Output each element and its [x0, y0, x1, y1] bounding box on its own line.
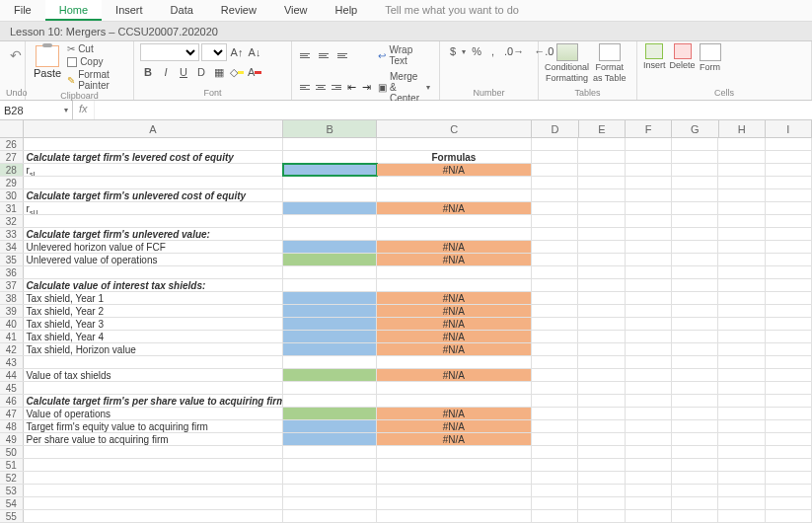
cell-G32[interactable]	[672, 215, 718, 227]
wrap-text-button[interactable]: ↩Wrap Text	[375, 43, 433, 67]
cell-H47[interactable]	[718, 408, 765, 419]
cell-C41[interactable]: #N/A	[377, 331, 532, 342]
cell-A26[interactable]	[24, 138, 284, 150]
cell-H34[interactable]	[718, 241, 765, 253]
cell-B50[interactable]	[283, 446, 377, 458]
cell-I35[interactable]	[766, 254, 812, 265]
cell-B26[interactable]	[283, 138, 377, 150]
cell-D39[interactable]	[532, 305, 578, 317]
cell-G38[interactable]	[672, 292, 718, 304]
cell-F26[interactable]	[626, 138, 672, 150]
cell-G53[interactable]	[672, 485, 718, 496]
cell-F53[interactable]	[626, 485, 672, 496]
cell-C30[interactable]	[377, 189, 532, 201]
cell-G35[interactable]	[672, 254, 718, 265]
cell-F45[interactable]	[626, 382, 672, 394]
cell-F44[interactable]	[626, 369, 672, 381]
cell-B51[interactable]	[283, 459, 377, 471]
cell-D48[interactable]	[532, 420, 578, 432]
cell-E53[interactable]	[578, 485, 625, 496]
cell-E26[interactable]	[578, 138, 625, 150]
cell-F51[interactable]	[626, 459, 672, 471]
cell-B42[interactable]	[283, 343, 377, 355]
cell-F49[interactable]	[626, 433, 672, 445]
cell-D52[interactable]	[532, 472, 578, 484]
cell-A36[interactable]	[24, 266, 284, 278]
cell-G52[interactable]	[672, 472, 718, 484]
cell-G34[interactable]	[672, 241, 718, 253]
cell-H27[interactable]	[718, 151, 765, 163]
cell-I28[interactable]	[766, 164, 812, 176]
row-header-27[interactable]: 27	[0, 151, 24, 163]
cell-C37[interactable]	[377, 279, 532, 291]
tab-home[interactable]: Home	[45, 0, 102, 21]
cell-H31[interactable]	[718, 202, 765, 214]
cell-A28[interactable]: rsL	[24, 164, 284, 176]
cell-D40[interactable]	[532, 318, 578, 330]
conditional-formatting-button[interactable]: Conditional Formatting	[545, 43, 589, 83]
indent-increase-button[interactable]: ⇥	[360, 80, 373, 96]
cell-B38[interactable]	[283, 292, 377, 304]
cell-D53[interactable]	[532, 485, 578, 496]
cell-I53[interactable]	[766, 485, 812, 496]
cell-A47[interactable]: Value of operations	[24, 408, 284, 419]
cell-F52[interactable]	[626, 472, 672, 484]
cell-D54[interactable]	[532, 497, 578, 509]
cell-I41[interactable]	[766, 331, 812, 342]
cell-H46[interactable]	[718, 395, 765, 407]
cell-B41[interactable]	[283, 331, 377, 342]
cell-E50[interactable]	[578, 446, 625, 458]
cell-E40[interactable]	[578, 318, 625, 330]
cell-F36[interactable]	[626, 266, 672, 278]
cell-G28[interactable]	[672, 164, 718, 176]
cell-A48[interactable]: Target firm's equity value to acquiring …	[24, 420, 284, 432]
cell-D44[interactable]	[532, 369, 578, 381]
cell-A37[interactable]: Calculate value of interest tax shields:	[24, 279, 284, 291]
cell-A52[interactable]	[24, 472, 284, 484]
cell-G29[interactable]	[672, 177, 718, 188]
cell-F39[interactable]	[626, 305, 672, 317]
cell-E31[interactable]	[578, 202, 625, 214]
cell-F32[interactable]	[626, 215, 672, 227]
cell-I32[interactable]	[766, 215, 812, 227]
cell-H54[interactable]	[718, 497, 765, 509]
cell-A29[interactable]	[24, 177, 284, 188]
tell-me-input[interactable]: Tell me what you want to do	[371, 0, 812, 21]
cell-B28[interactable]	[283, 164, 377, 176]
cell-B46[interactable]	[283, 395, 377, 407]
cell-G44[interactable]	[672, 369, 718, 381]
cell-F31[interactable]	[626, 202, 672, 214]
bold-button[interactable]: B	[140, 64, 156, 80]
cell-F34[interactable]	[626, 241, 672, 253]
cell-I27[interactable]	[766, 151, 812, 163]
cell-E29[interactable]	[578, 177, 625, 188]
cell-H42[interactable]	[718, 343, 765, 355]
cell-C55[interactable]	[377, 510, 532, 522]
cell-I29[interactable]	[766, 177, 812, 188]
cell-G30[interactable]	[672, 189, 718, 201]
cell-B54[interactable]	[283, 497, 377, 509]
row-header-45[interactable]: 45	[0, 382, 24, 394]
cell-E55[interactable]	[578, 510, 625, 522]
cell-G46[interactable]	[672, 395, 718, 407]
cell-G33[interactable]	[672, 228, 718, 240]
cell-B36[interactable]	[283, 266, 377, 278]
cell-H43[interactable]	[718, 356, 765, 368]
cell-B43[interactable]	[283, 356, 377, 368]
cell-I40[interactable]	[766, 318, 812, 330]
cell-G26[interactable]	[672, 138, 718, 150]
cell-F42[interactable]	[626, 343, 672, 355]
cell-B47[interactable]	[283, 408, 377, 419]
row-header-36[interactable]: 36	[0, 266, 24, 278]
cell-A44[interactable]: Value of tax shields	[24, 369, 284, 381]
cell-A33[interactable]: Calculate target firm's unlevered value:	[24, 228, 284, 240]
row-header-34[interactable]: 34	[0, 241, 24, 253]
font-color-button[interactable]: A	[247, 64, 262, 80]
cell-D31[interactable]	[532, 202, 578, 214]
align-left-button[interactable]	[298, 80, 312, 96]
row-header-42[interactable]: 42	[0, 343, 24, 355]
cell-D28[interactable]	[532, 164, 578, 176]
row-header-54[interactable]: 54	[0, 497, 24, 509]
cell-E54[interactable]	[578, 497, 625, 509]
cell-F48[interactable]	[626, 420, 672, 432]
